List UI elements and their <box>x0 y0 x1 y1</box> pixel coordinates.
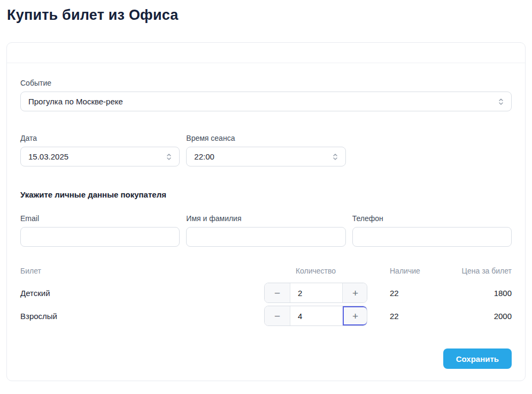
card-body: Событие Прогулка по Москве-реке Дата 15.… <box>7 63 525 381</box>
price-value: 2000 <box>438 312 512 321</box>
date-field: Дата 15.03.2025 <box>20 134 180 166</box>
quantity-input[interactable] <box>290 283 342 302</box>
card-header <box>7 43 525 63</box>
date-select-value: 15.03.2025 <box>28 152 68 161</box>
increase-quantity-button[interactable]: + <box>342 283 367 302</box>
datetime-row: Дата 15.03.2025 Время сеанса 22:00 <box>20 134 512 166</box>
tickets-table: Билет Количество Наличие Цена за билет Д… <box>20 267 512 326</box>
phone-label: Телефон <box>352 214 512 223</box>
chevron-up-down-icon <box>332 153 338 161</box>
ticket-row-child: Детский − + 22 1800 <box>20 283 512 303</box>
time-select-value: 22:00 <box>194 152 214 161</box>
chevron-up-down-icon <box>498 98 504 105</box>
email-label: Email <box>20 214 180 223</box>
quantity-input[interactable] <box>290 306 342 325</box>
phone-input[interactable] <box>352 227 512 247</box>
ticket-column-header: Билет <box>20 267 264 275</box>
ticket-name: Детский <box>20 289 264 298</box>
time-label: Время сеанса <box>186 134 345 142</box>
save-button[interactable]: Сохранить <box>443 348 512 369</box>
email-field-wrap: Email <box>20 214 180 247</box>
phone-field-wrap: Телефон <box>352 214 512 247</box>
buy-ticket-page: Купить билет из Офиса Событие Прогулка п… <box>0 0 532 381</box>
decrease-quantity-button[interactable]: − <box>265 306 290 325</box>
email-input[interactable] <box>20 227 180 247</box>
event-label: Событие <box>20 79 512 87</box>
page-title: Купить билет из Офиса <box>7 7 526 24</box>
actions-row: Сохранить <box>20 348 512 369</box>
increase-quantity-button[interactable]: + <box>342 306 367 325</box>
availability-column-header: Наличие <box>367 267 438 275</box>
name-input[interactable] <box>186 227 345 247</box>
availability-value: 22 <box>367 289 438 298</box>
time-select[interactable]: 22:00 <box>186 147 345 166</box>
availability-value: 22 <box>367 312 438 321</box>
quantity-column-header: Количество <box>264 267 367 275</box>
personal-fields-row: Email Имя и фамилия Телефон <box>20 214 512 247</box>
purchase-form-card: Событие Прогулка по Москве-реке Дата 15.… <box>6 42 526 381</box>
price-value: 1800 <box>438 289 512 298</box>
decrease-quantity-button[interactable]: − <box>265 283 290 302</box>
tickets-header-row: Билет Количество Наличие Цена за билет <box>20 267 512 275</box>
event-select-value: Прогулка по Москве-реке <box>28 97 123 106</box>
quantity-stepper: − + <box>264 306 367 326</box>
date-label: Дата <box>20 134 180 142</box>
date-select[interactable]: 15.03.2025 <box>20 147 180 166</box>
name-label: Имя и фамилия <box>186 214 345 223</box>
event-field: Событие Прогулка по Москве-реке <box>20 79 512 111</box>
ticket-row-adult: Взрослый − + 22 2000 <box>20 306 512 326</box>
name-field-wrap: Имя и фамилия <box>186 214 345 247</box>
time-field: Время сеанса 22:00 <box>186 134 345 166</box>
chevron-up-down-icon <box>166 153 172 161</box>
ticket-name: Взрослый <box>20 312 264 321</box>
quantity-stepper: − + <box>264 283 367 303</box>
personal-data-heading: Укажите личные данные покупателя <box>20 190 512 199</box>
datetime-spacer <box>352 134 512 166</box>
price-column-header: Цена за билет <box>438 267 512 275</box>
event-select[interactable]: Прогулка по Москве-реке <box>20 92 512 111</box>
